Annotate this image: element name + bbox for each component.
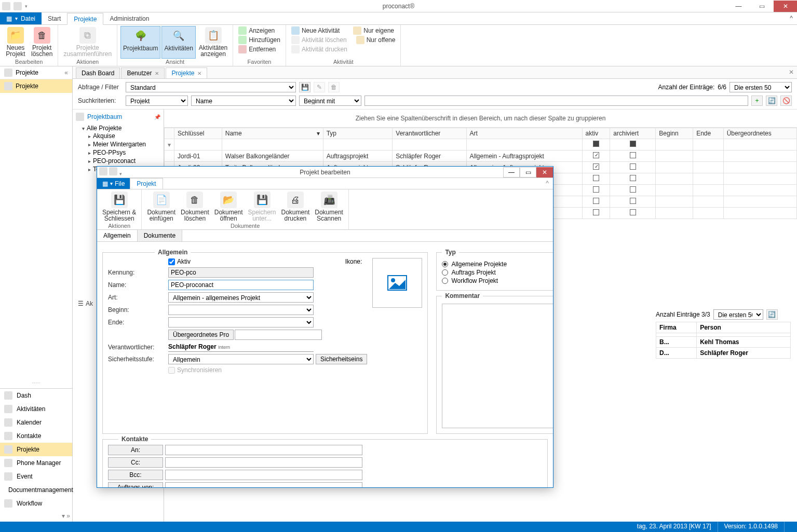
ikone-preview[interactable] <box>372 258 422 308</box>
tree-toggle[interactable] <box>88 149 93 156</box>
tree-root[interactable]: Alle Projekte <box>87 125 121 132</box>
nav-more-icon[interactable]: ▾ » <box>62 512 70 520</box>
grid-col[interactable]: Übergeordnetes <box>723 128 796 139</box>
file-menu[interactable]: ▦ ▾ Datei <box>0 12 42 24</box>
name-field[interactable] <box>168 280 314 290</box>
delete-filter-button[interactable]: 🗑 <box>328 82 340 92</box>
grid-col[interactable]: Schlüssel <box>174 128 222 139</box>
favoriten-entfernen-button[interactable]: Entfernen <box>236 45 282 54</box>
tree-toggle[interactable] <box>88 157 93 165</box>
tab-projekte[interactable]: Projekte <box>67 13 103 25</box>
nur-eigene-button[interactable]: Nur eigene <box>351 26 396 35</box>
dialog-close-button[interactable]: ✕ <box>536 167 553 178</box>
table-row[interactable]: Jordi-01Walser BalkongeländerAuftragspro… <box>165 151 797 162</box>
aktiv-checkbox[interactable]: Aktiv <box>168 258 191 265</box>
doctab-projekte[interactable]: Projekte✕ <box>166 67 207 78</box>
cc-field[interactable] <box>165 457 362 468</box>
ribbon-collapse-icon[interactable]: ^ <box>786 12 797 24</box>
table-row[interactable]: D...Schläpfer Roger <box>656 348 791 359</box>
minimize-button[interactable]: — <box>727 1 750 12</box>
tab-start[interactable]: Start <box>42 12 67 24</box>
sicherheitseinst-button[interactable]: Sicherheitseins <box>316 354 367 364</box>
doctab-dashboard[interactable]: Dash Board <box>76 67 120 78</box>
grid-col[interactable]: archiviert <box>610 128 656 139</box>
auftragsvon-field[interactable] <box>165 482 362 487</box>
grid-col[interactable]: Art <box>466 128 582 139</box>
nav-item-documentmanagement[interactable]: Documentmanagement <box>0 483 72 497</box>
neues-projekt-button[interactable]: 📁Neues Projekt <box>3 26 28 59</box>
nav-item-aktivitäten[interactable]: Aktivitäten <box>0 402 72 416</box>
tab-administration[interactable]: Administration <box>103 12 155 24</box>
art-select[interactable]: Allgemein - allgemeines Projekt <box>168 292 314 303</box>
criteria-attr-select[interactable]: Name <box>191 96 296 106</box>
an-button[interactable]: An: <box>108 445 163 455</box>
save-filter-button[interactable]: 💾 <box>299 82 310 92</box>
clear-button[interactable]: 🚫 <box>780 96 792 106</box>
qat-icon-1[interactable] <box>2 2 10 10</box>
grid-col[interactable]: Beginn <box>656 128 693 139</box>
tree-item[interactable]: PEO-PPsys <box>93 149 126 156</box>
doc-open-button[interactable]: 📂Dokument öffnen <box>212 190 245 223</box>
kommentar-textarea[interactable] <box>442 304 553 428</box>
dialog-maximize-button[interactable]: ▭ <box>520 167 536 178</box>
grid-col[interactable]: Verantwortlicher <box>393 128 466 139</box>
neue-aktivitaet-button[interactable]: Neue Aktivität <box>289 26 342 35</box>
dialog-minimize-button[interactable]: — <box>503 167 520 178</box>
nur-offene-button[interactable]: Nur offene <box>354 35 398 45</box>
tab-close-all-icon[interactable]: ✕ <box>789 69 794 76</box>
grid-col[interactable]: Typ <box>323 128 393 139</box>
doc-scan-button[interactable]: 📠Dokument Scannen <box>313 190 345 223</box>
criteria-field-select[interactable]: Projekt <box>126 96 188 106</box>
doc-insert-button[interactable]: 📄Dokument einfügen <box>145 190 178 223</box>
collapse-icon[interactable]: « <box>64 69 68 76</box>
nav-item-dash[interactable]: Dash <box>0 389 72 402</box>
doctab-benutzer[interactable]: Benutzer✕ <box>121 67 165 78</box>
nav-sub-projekte[interactable]: Projekte <box>0 79 72 93</box>
grid-col[interactable]: aktiv <box>582 128 610 139</box>
aktivitaeten-button[interactable]: 🔍Aktivitäten <box>161 26 195 59</box>
nav-item-workflow[interactable]: Workflow <box>0 497 72 510</box>
tree-item[interactable]: PEO-proconact <box>93 157 136 165</box>
typ-allgemein-radio[interactable]: Allgemeine Projekte <box>442 260 553 268</box>
grid-col[interactable]: Ende <box>693 128 724 139</box>
qat-icon-2[interactable] <box>13 2 22 10</box>
tree-toggle[interactable] <box>88 132 93 140</box>
sicherheit-select[interactable]: Allgemein <box>168 354 314 364</box>
limit-select[interactable]: Die ersten 50 <box>730 82 792 92</box>
criteria-value-input[interactable] <box>364 96 748 106</box>
aktivitaeten-anzeigen-button[interactable]: 📋Aktivitäten anzeigen <box>197 26 229 59</box>
save-close-button[interactable]: 💾Speichern & Schliessen <box>100 190 138 223</box>
auftragsvon-button[interactable]: Auftrags von: <box>108 482 163 487</box>
subgrid-limit-select[interactable]: Die ersten 50 <box>713 309 763 320</box>
typ-workflow-radio[interactable]: Workflow Projekt <box>442 277 553 285</box>
maximize-button[interactable]: ▭ <box>750 1 774 12</box>
tree-item[interactable]: Meier Wintergarten <box>93 141 146 148</box>
tree-toggle[interactable] <box>88 141 93 148</box>
uebergeordnetes-field[interactable] <box>235 330 322 340</box>
dialog-ribbon-collapse-icon[interactable]: ^ <box>542 178 553 189</box>
dialog-file-menu[interactable]: ▦▾File <box>97 178 130 189</box>
dlg-tab-dokumente[interactable]: Dokumente <box>138 230 182 241</box>
cc-button[interactable]: Cc: <box>108 457 163 468</box>
nav-item-event[interactable]: Event <box>0 470 72 483</box>
an-field[interactable] <box>165 445 362 455</box>
typ-auftrag-radio[interactable]: Auftrags Projekt <box>442 268 553 277</box>
tree-toggle[interactable] <box>88 166 93 173</box>
filter-select[interactable]: Standard <box>126 82 296 92</box>
bcc-field[interactable] <box>165 470 362 480</box>
nav-item-projekte[interactable]: Projekte <box>0 443 72 456</box>
uebergeordnetes-button[interactable]: Übergeordnetes Pro <box>168 330 234 340</box>
projekt-loeschen-button[interactable]: 🗑Projekt löschen <box>29 26 55 59</box>
verantwortlicher-value[interactable]: Schläpfer Roger Intern <box>168 342 314 352</box>
tree-toggle[interactable] <box>82 125 87 132</box>
table-row[interactable] <box>656 333 791 337</box>
nav-item-phone manager[interactable]: Phone Manager <box>0 456 72 470</box>
refresh-button[interactable]: 🔄 <box>766 96 777 106</box>
pin-icon[interactable]: 📌 <box>154 114 160 120</box>
nav-header[interactable]: Projekte « <box>0 66 72 79</box>
subgrid-refresh-button[interactable]: 🔄 <box>766 309 778 320</box>
table-row[interactable]: B...Kehl Thomas <box>656 337 791 348</box>
dlg-qat-icon-2[interactable] <box>109 167 117 175</box>
close-tab-icon[interactable]: ✕ <box>155 71 159 76</box>
col-person[interactable]: Person <box>697 322 791 333</box>
